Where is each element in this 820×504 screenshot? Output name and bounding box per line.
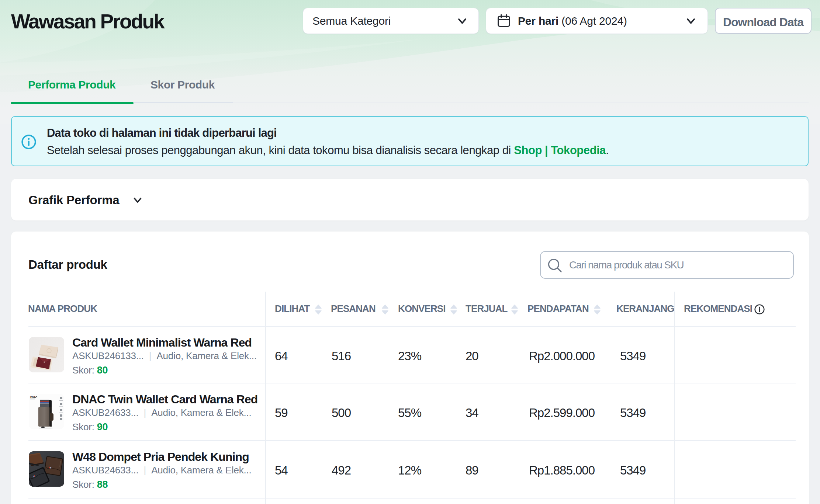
svg-text:DNAC: DNAC bbox=[30, 396, 38, 399]
